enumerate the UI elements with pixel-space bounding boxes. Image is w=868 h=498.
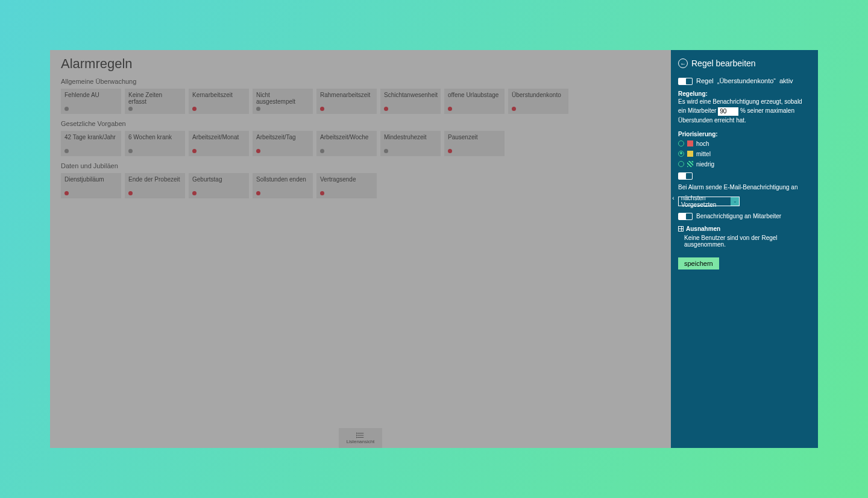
rule-card[interactable]: Fehlende AU (61, 89, 121, 114)
rule-card[interactable]: Vertragsende (316, 173, 377, 198)
list-view-button[interactable]: Listenansicht (339, 428, 382, 448)
rule-card-title: Rahmenarbeitszeit (320, 92, 373, 98)
priority-swatch (687, 151, 693, 157)
status-dot (64, 149, 69, 153)
rule-card-title: Arbeitszeit/Tag (256, 134, 309, 140)
regelung-label: Regelung: (678, 90, 811, 97)
rule-card[interactable]: Arbeitszeit/Woche (316, 131, 377, 156)
rule-card[interactable]: offene Urlaubstage (444, 89, 505, 114)
priority-radio-mittel[interactable] (678, 151, 684, 157)
notify-employee-toggle[interactable] (678, 213, 693, 220)
rule-card[interactable]: 42 Tage krank/Jahr (61, 131, 121, 156)
status-dot (192, 149, 197, 153)
rule-card-title: Mindestruhezeit (384, 134, 437, 140)
status-dot (384, 107, 388, 111)
rule-active-pre: Regel (696, 77, 714, 86)
page-title: Alarmregeln (61, 56, 660, 72)
rule-card-title: Arbeitszeit/Woche (320, 134, 373, 140)
status-dot (128, 107, 133, 111)
save-button[interactable]: speichern (678, 257, 719, 269)
rule-card-title: Sollstunden enden (256, 176, 309, 183)
status-dot (64, 107, 69, 111)
exceptions-label: Ausnahmen (686, 225, 720, 232)
rule-card-title: Fehlende AU (64, 92, 118, 98)
list-icon (356, 432, 365, 439)
rule-card[interactable]: Überstundenkonto (508, 89, 568, 114)
rule-card-title: Dienstjubiläum (64, 176, 118, 183)
main-content: Alarmregeln Allgemeine ÜberwachungFehlen… (50, 50, 671, 448)
rule-card[interactable]: Arbeitszeit/Monat (189, 131, 249, 156)
rule-card-title: Überstundenkonto (512, 92, 565, 98)
priority-swatch (687, 161, 693, 167)
svg-point-3 (356, 433, 357, 433)
rule-card[interactable]: Ende der Probezeit (125, 173, 185, 198)
recipient-select[interactable]: nächsten Vorgesetzten ⌄ (678, 197, 740, 206)
rule-card[interactable]: Geburtstag (189, 173, 249, 198)
grid-icon (678, 226, 684, 232)
rule-card[interactable]: 6 Wochen krank (125, 131, 185, 156)
panel-collapse-handle[interactable]: ‹ (671, 192, 676, 203)
status-dot (256, 107, 260, 111)
status-dot (256, 191, 260, 195)
threshold-input[interactable] (718, 107, 738, 116)
back-icon[interactable]: ← (678, 58, 688, 68)
section-label: Allgemeine Überwachung (61, 78, 660, 85)
rule-active-post: aktiv (779, 77, 793, 86)
svg-point-5 (356, 437, 357, 438)
prio-label: Priorisierung: (678, 131, 811, 137)
rule-card-title: Kernarbeitszeit (192, 92, 245, 98)
rule-card-title: Ende der Probezeit (128, 176, 181, 183)
status-dot (320, 107, 324, 111)
exceptions-text: Keine Benutzer sind von der Regel ausgen… (678, 235, 811, 248)
recipient-select-value: nächsten Vorgesetzten (679, 195, 731, 208)
rule-card[interactable]: Pausenzeit (444, 131, 505, 156)
section-label: Gesetzliche Vorgaben (61, 120, 660, 127)
chevron-down-icon: ⌄ (731, 197, 739, 206)
rule-active-toggle[interactable] (678, 78, 693, 85)
rule-active-name: „Überstundenkonto“ (717, 77, 776, 86)
rule-card-title: Arbeitszeit/Monat (192, 134, 245, 140)
priority-radio-hoch[interactable] (678, 140, 684, 147)
status-dot (320, 191, 324, 195)
rule-card-title: Vertragsende (320, 176, 373, 183)
email-label: Bei Alarm sende E-Mail-Benachrichtigung … (678, 183, 797, 192)
rule-card[interactable]: Keine Zeiten erfasst (125, 89, 185, 114)
status-dot (384, 149, 388, 153)
rule-card[interactable]: Sollstunden enden (253, 173, 313, 198)
edit-panel: ‹ ← Regel bearbeiten Regel „Überstundenk… (671, 50, 818, 448)
rule-card[interactable]: Rahmenarbeitszeit (316, 89, 377, 114)
rule-card-title: Schichtanwesenheit (384, 92, 437, 98)
list-view-label: Listenansicht (347, 439, 375, 444)
rule-card[interactable]: Kernarbeitszeit (189, 89, 249, 114)
priority-label: mittel (696, 151, 711, 157)
rule-card[interactable]: Nicht ausgestempelt (253, 89, 313, 114)
rule-card[interactable]: Schichtanwesenheit (380, 89, 441, 114)
status-dot (320, 149, 324, 153)
status-dot (128, 149, 133, 153)
status-dot (192, 191, 197, 195)
status-dot (256, 149, 260, 153)
status-dot (64, 191, 69, 195)
rule-card[interactable]: Dienstjubiläum (61, 173, 121, 198)
regelung-text: Es wird eine Benachrichtigung erzeugt, s… (678, 97, 811, 124)
email-toggle[interactable] (678, 172, 693, 180)
rule-card-title: 6 Wochen krank (128, 134, 181, 140)
priority-radio-niedrig[interactable] (678, 161, 684, 167)
status-dot (448, 149, 452, 153)
rule-card-title: Geburtstag (192, 176, 245, 183)
section-label: Daten und Jubiläen (61, 162, 660, 169)
panel-title: Regel bearbeiten (691, 58, 756, 68)
rule-card[interactable]: Mindestruhezeit (380, 131, 441, 156)
svg-point-4 (356, 435, 357, 435)
status-dot (192, 107, 197, 111)
rule-card-title: offene Urlaubstage (448, 92, 501, 98)
status-dot (448, 107, 452, 111)
rule-card-title: Pausenzeit (448, 134, 501, 140)
rule-card[interactable]: Arbeitszeit/Tag (253, 131, 313, 156)
priority-swatch (687, 140, 693, 147)
rule-card-title: 42 Tage krank/Jahr (64, 134, 118, 140)
priority-label: hoch (696, 140, 709, 147)
notify-employee-label: Benachrichtigung an Mitarbeiter (696, 212, 781, 221)
status-dot (512, 107, 516, 111)
rule-card-title: Nicht ausgestempelt (256, 92, 309, 105)
